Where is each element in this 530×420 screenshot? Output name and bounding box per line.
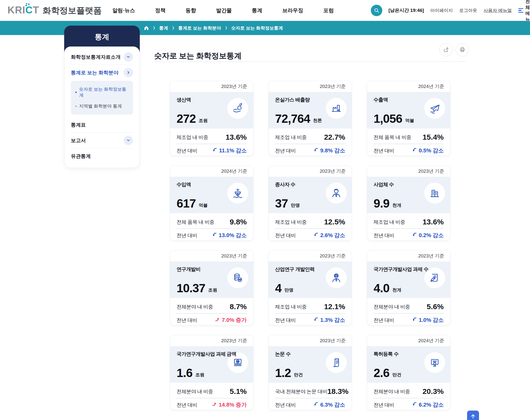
- chevron-down-icon[interactable]: [124, 136, 133, 145]
- stat-label: 전체 품목 내 비중: [374, 134, 411, 141]
- scroll-top-button[interactable]: [467, 411, 479, 420]
- card-year: 2024년 기준: [367, 81, 450, 92]
- card-value: 9.9: [374, 199, 389, 209]
- search-icon: [374, 8, 379, 13]
- stat-label: 전체분야 내 비중: [374, 303, 410, 310]
- utility-menu: [남은시간 19:46] 마이페이지 로그아웃 사용자 메뉴얼 전체메뉴: [388, 0, 530, 21]
- stat-label: 전체분야 내 비중: [177, 388, 213, 395]
- sidebar-item-reports[interactable]: 보고서: [71, 133, 133, 148]
- arrow-down-icon: [313, 317, 318, 323]
- card-value: 2.6: [374, 368, 389, 378]
- change-text: 6.3% 감소: [320, 401, 345, 409]
- change-label: 전년 대비: [374, 147, 394, 154]
- change-value: 0.2% 감소: [412, 232, 444, 239]
- main-nav: 알림·뉴스정책동향발간물통계브라우징포럼: [112, 0, 334, 21]
- change-label: 전년 대비: [177, 147, 197, 154]
- krict-logo[interactable]: KRICT 화학정보플랫폼: [7, 4, 102, 16]
- all-menu-button[interactable]: 전체메뉴: [518, 0, 530, 22]
- card-value: 1.2: [275, 368, 291, 378]
- share-stat-row: 국내 전체분야 논문 대비18.3%: [275, 386, 345, 397]
- card-label: 논문 수: [275, 351, 352, 357]
- breadcrumb-chemistry-by-stats[interactable]: 통계로 보는 화학분야: [178, 25, 221, 31]
- logout-link[interactable]: 로그아웃: [459, 7, 477, 13]
- nav-item-2[interactable]: 동향: [186, 7, 196, 14]
- nav-item-5[interactable]: 브라우징: [282, 7, 303, 14]
- card-info: 수출액1,056억불: [367, 92, 450, 128]
- card-stats: 전체분야 내 비중20.3%전년 대비6.2% 감소: [367, 383, 450, 410]
- change-stat-row: 전년 대비0.2% 감소: [374, 230, 444, 241]
- breadcrumb-stats[interactable]: 통계: [159, 25, 168, 31]
- sidebar-item-related-stats[interactable]: 유관통계: [71, 148, 133, 164]
- my-page-link[interactable]: 마이페이지: [431, 7, 453, 13]
- card-info: 온실가스 배출량72,764천톤: [269, 92, 352, 128]
- change-text: 9.8% 감소: [320, 147, 345, 154]
- card-value-row: 4.0천개: [374, 283, 401, 294]
- card-value-row: 2.6만건: [374, 368, 401, 378]
- arrow-down-icon: [313, 147, 318, 154]
- card-unit: 조원: [199, 118, 208, 124]
- card-unit: 만건: [392, 372, 401, 378]
- chevron-right-icon[interactable]: [124, 68, 133, 77]
- stat-label: 전체분야 내 비중: [374, 388, 410, 395]
- card-stats: 제조업 내 비중13.6%전년 대비11.1% 감소: [170, 128, 253, 156]
- card-info: 특허등록 수2.6만건: [367, 346, 450, 383]
- nav-item-6[interactable]: 포럼: [323, 7, 334, 14]
- stat-card: 2023년 기준국가연구개발사업 과제 수4.0천개전체분야 내 비중5.6%전…: [367, 250, 450, 325]
- card-unit: 천개: [392, 202, 401, 209]
- stat-value: 22.7%: [324, 133, 345, 141]
- stat-value: 12.1%: [324, 302, 345, 311]
- arrow-down-icon: [212, 232, 217, 239]
- change-text: 1.3% 감소: [320, 316, 345, 324]
- stat-label: 전체 품목 내 비중: [177, 219, 214, 225]
- sidebar-item-stats-by-field[interactable]: 통계로 보는 화학분야: [71, 65, 133, 80]
- share-stat-row: 전체분야 내 비중20.3%: [374, 386, 444, 397]
- card-info: 사업체 수9.9천개: [367, 177, 450, 213]
- change-stat-row: 전년 대비2.6% 감소: [275, 230, 345, 241]
- sidebar-subitem-regional-stats[interactable]: 지역별 화학분야 통계: [75, 103, 129, 109]
- card-value-row: 617억불: [177, 199, 208, 209]
- breadcrumb-current-page[interactable]: 숫자로 보는 화학정보통계: [231, 25, 283, 31]
- card-value-row: 1,056억불: [374, 114, 414, 124]
- card-year: 2024년 기준: [170, 166, 253, 177]
- sidebar: 통계 화학정보통계자료소개 통계로 보는 화학분야 숫자로 보는 화학정보통계 …: [64, 26, 140, 168]
- arrow-up-icon: [215, 317, 220, 323]
- card-value: 4: [275, 283, 282, 294]
- change-value: 9.8% 감소: [313, 147, 345, 154]
- card-stats: 제조업 내 비중12.1%전년 대비1.3% 감소: [269, 298, 352, 325]
- change-label: 전년 대비: [374, 402, 394, 408]
- change-label: 전년 대비: [177, 232, 197, 239]
- card-value: 10.37: [177, 283, 205, 294]
- nav-item-4[interactable]: 통계: [252, 7, 262, 14]
- user-manual-link[interactable]: 사용자 메뉴얼: [484, 7, 512, 13]
- search-button[interactable]: [371, 5, 382, 16]
- card-label: 온실가스 배출량: [275, 96, 352, 103]
- share-button[interactable]: [439, 43, 453, 56]
- stat-card: 2023년 기준산업연구 개발인력4만명제조업 내 비중12.1%전년 대비1.…: [268, 250, 352, 325]
- change-label: 전년 대비: [374, 232, 394, 239]
- home-icon[interactable]: [144, 25, 149, 31]
- change-text: 0.2% 감소: [419, 232, 444, 239]
- change-stat-row: 전년 대비1.0% 감소: [374, 315, 444, 325]
- share-stat-row: 전체분야 내 비중5.1%: [177, 386, 247, 397]
- sidebar-subitem-numbers-stats[interactable]: 숫자로 보는 화학정보통계: [75, 86, 129, 98]
- card-value: 1.6: [177, 368, 193, 378]
- card-unit: 만명: [291, 202, 300, 209]
- session-time-remaining: [남은시간 19:46]: [388, 7, 424, 14]
- share-stat-row: 전체 품목 내 비중15.4%: [374, 132, 444, 142]
- dotted-divider: [374, 398, 444, 398]
- nav-item-3[interactable]: 발간물: [216, 7, 232, 14]
- stat-value: 13.6%: [226, 133, 247, 141]
- card-year: 2023년 기준: [170, 251, 253, 261]
- change-label: 전년 대비: [275, 232, 296, 239]
- card-info: 산업연구 개발인력4만명: [269, 261, 352, 298]
- nav-item-0[interactable]: 알림·뉴스: [112, 7, 135, 14]
- sidebar-item-stat-tables[interactable]: 통계표: [71, 117, 133, 133]
- chevron-down-icon[interactable]: [124, 52, 133, 62]
- change-label: 전년 대비: [275, 402, 296, 408]
- card-value-row: 1.2만건: [275, 368, 303, 378]
- nav-item-1[interactable]: 정책: [155, 7, 166, 14]
- change-value: 2.6% 감소: [313, 232, 345, 239]
- stat-label: 제조업 내 비중: [275, 303, 307, 310]
- sidebar-item-intro[interactable]: 화학정보통계자료소개: [71, 49, 133, 65]
- print-button[interactable]: [456, 43, 469, 56]
